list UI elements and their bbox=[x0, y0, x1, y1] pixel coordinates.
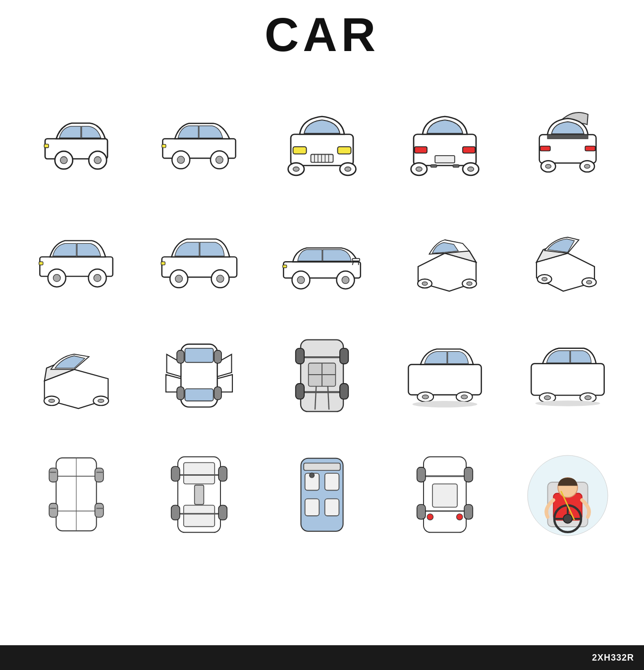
svg-rect-111 bbox=[49, 468, 57, 482]
svg-rect-134 bbox=[304, 463, 340, 471]
icon-car-trunk-open bbox=[506, 79, 629, 198]
svg-rect-36 bbox=[547, 135, 588, 139]
icon-car-side-angle1 bbox=[15, 198, 138, 317]
icon-car-front-view bbox=[261, 79, 383, 198]
icons-grid bbox=[0, 69, 644, 565]
svg-rect-80 bbox=[214, 350, 221, 363]
svg-rect-101 bbox=[531, 364, 604, 395]
svg-rect-34 bbox=[453, 165, 459, 167]
svg-point-47 bbox=[94, 275, 101, 282]
svg-rect-13 bbox=[293, 147, 307, 154]
svg-rect-33 bbox=[430, 165, 437, 167]
svg-point-65 bbox=[422, 282, 428, 285]
svg-rect-131 bbox=[325, 473, 339, 490]
svg-point-62 bbox=[342, 277, 349, 284]
svg-rect-82 bbox=[214, 387, 221, 399]
svg-rect-139 bbox=[432, 484, 457, 507]
icon-car-chassis-rear bbox=[383, 436, 506, 555]
watermark-text: 2XH332R bbox=[592, 653, 634, 663]
svg-point-71 bbox=[587, 280, 592, 284]
icon-car-interior-top bbox=[261, 436, 383, 555]
svg-rect-126 bbox=[218, 466, 227, 481]
svg-rect-112 bbox=[95, 468, 104, 482]
svg-rect-28 bbox=[435, 156, 455, 163]
svg-rect-125 bbox=[171, 466, 180, 481]
svg-rect-26 bbox=[415, 147, 427, 153]
svg-point-22 bbox=[293, 167, 300, 171]
svg-rect-11 bbox=[162, 144, 166, 148]
icon-car-top-open-doors bbox=[138, 317, 261, 436]
svg-point-10 bbox=[216, 156, 223, 164]
icon-car-isometric-front-left bbox=[15, 317, 138, 436]
svg-rect-37 bbox=[540, 146, 550, 151]
svg-rect-120 bbox=[184, 462, 215, 484]
svg-point-106 bbox=[536, 400, 600, 406]
svg-rect-127 bbox=[171, 505, 180, 520]
svg-rect-94 bbox=[340, 384, 348, 399]
svg-point-135 bbox=[310, 473, 315, 478]
icon-car-isometric-left bbox=[506, 198, 629, 317]
svg-rect-63 bbox=[283, 265, 287, 268]
svg-rect-113 bbox=[49, 503, 57, 517]
svg-rect-121 bbox=[184, 505, 215, 527]
svg-rect-93 bbox=[296, 384, 304, 399]
svg-rect-38 bbox=[585, 146, 595, 151]
icon-car-bottom-view bbox=[261, 317, 383, 436]
svg-point-99 bbox=[461, 395, 468, 399]
svg-rect-143 bbox=[464, 467, 473, 482]
svg-rect-133 bbox=[325, 499, 339, 516]
svg-point-42 bbox=[585, 165, 590, 168]
svg-point-60 bbox=[297, 277, 305, 284]
svg-point-32 bbox=[468, 167, 474, 171]
icon-car-upside-down-right bbox=[506, 317, 629, 436]
svg-rect-79 bbox=[177, 350, 184, 363]
svg-point-24 bbox=[345, 167, 351, 171]
svg-point-8 bbox=[177, 156, 185, 164]
svg-rect-77 bbox=[185, 348, 213, 363]
svg-rect-122 bbox=[195, 485, 204, 504]
icon-car-isometric-right bbox=[383, 198, 506, 317]
icon-sport-car-angle bbox=[261, 198, 383, 317]
svg-point-69 bbox=[542, 278, 547, 281]
svg-rect-128 bbox=[218, 505, 227, 520]
svg-point-45 bbox=[53, 275, 60, 282]
icon-car-upside-down-left bbox=[383, 317, 506, 436]
svg-rect-91 bbox=[296, 348, 304, 364]
icon-car-rear-view bbox=[383, 79, 506, 198]
svg-point-67 bbox=[467, 282, 472, 285]
svg-point-30 bbox=[416, 167, 423, 171]
svg-point-105 bbox=[585, 395, 591, 399]
svg-point-75 bbox=[98, 399, 104, 402]
svg-point-53 bbox=[216, 275, 224, 282]
svg-point-51 bbox=[175, 275, 183, 282]
page-title: CAR bbox=[0, 0, 644, 64]
svg-rect-5 bbox=[44, 144, 49, 148]
svg-point-140 bbox=[427, 514, 433, 520]
watermark-bar: 2XH332R bbox=[0, 645, 644, 670]
icon-car-side-sedan-long bbox=[138, 79, 261, 198]
svg-rect-81 bbox=[177, 387, 184, 399]
svg-rect-144 bbox=[417, 504, 426, 519]
svg-point-4 bbox=[94, 157, 101, 164]
svg-rect-132 bbox=[305, 499, 320, 516]
icon-driver-steering bbox=[506, 436, 629, 555]
icon-car-side-angle2 bbox=[138, 198, 261, 317]
svg-rect-27 bbox=[463, 147, 475, 153]
svg-point-151 bbox=[563, 514, 572, 523]
svg-rect-95 bbox=[408, 364, 481, 394]
svg-rect-114 bbox=[95, 503, 104, 517]
svg-rect-92 bbox=[340, 348, 348, 364]
icon-car-chassis-detail bbox=[138, 436, 261, 555]
svg-rect-142 bbox=[417, 467, 426, 482]
icon-car-chassis-top bbox=[15, 436, 138, 555]
svg-point-103 bbox=[544, 395, 551, 399]
svg-rect-56 bbox=[352, 259, 360, 261]
svg-point-73 bbox=[49, 399, 54, 402]
svg-rect-54 bbox=[161, 262, 165, 265]
svg-point-2 bbox=[60, 157, 67, 164]
svg-point-141 bbox=[456, 514, 463, 520]
svg-point-97 bbox=[422, 395, 429, 399]
svg-point-100 bbox=[413, 401, 478, 407]
svg-rect-48 bbox=[39, 262, 43, 265]
svg-point-40 bbox=[545, 165, 551, 168]
